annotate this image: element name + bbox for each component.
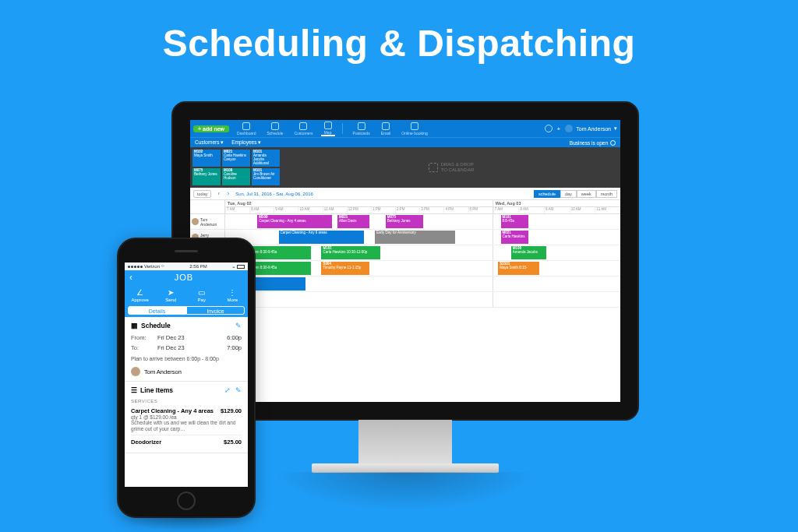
tab-details[interactable]: Details bbox=[128, 306, 186, 315]
edit-icon[interactable]: ✎ bbox=[235, 322, 242, 329]
timeline-day1[interactable]: M075Amanda JacobsCarpet Cleaning - Any 6… bbox=[224, 230, 493, 245]
wifi-icon: ⌔ bbox=[161, 264, 164, 269]
employees-dropdown[interactable]: Employees ▾ bbox=[231, 139, 261, 146]
user-menu[interactable]: Tom Anderson ▾ bbox=[565, 125, 617, 132]
timeline-day1[interactable]: M101Jim Brown 8:30-9:45aM101Carla Hawkin… bbox=[224, 245, 493, 260]
phone-home-button[interactable] bbox=[177, 491, 196, 510]
schedule-event[interactable]: S2101Maya Smith 8:15- bbox=[498, 262, 538, 275]
hour-label: 3 PM bbox=[419, 207, 443, 213]
nav-dashboard[interactable]: Dashboard bbox=[234, 122, 259, 136]
date-navigation-bar: today ‹ › Sun, Jul 31, 2016 - Sat, Aug 0… bbox=[190, 188, 620, 200]
timeline-day1[interactable] bbox=[224, 292, 493, 307]
day-column-1: Tue, Aug 02 7 AM8 AM9 AM10 AM11 AM12 PM1… bbox=[224, 200, 493, 213]
timeline-day2[interactable] bbox=[493, 292, 620, 307]
nav-email[interactable]: Email bbox=[378, 122, 394, 136]
schedule-event[interactable]: M109Amanda Jacobs bbox=[511, 246, 547, 259]
unscheduled-job-card[interactable]: M109Caroline Hudson bbox=[222, 168, 250, 185]
hour-label: 5 PM bbox=[468, 207, 493, 213]
email-icon bbox=[382, 122, 390, 130]
view-tabs: schedule day week month bbox=[534, 190, 617, 198]
timeline-day2[interactable] bbox=[493, 277, 620, 291]
help-icon[interactable] bbox=[545, 125, 553, 132]
job-header: ‹ JOB ∠Approve ➤Send ▭Pay ⋮More Details … bbox=[125, 270, 248, 317]
hour-label: 9 AM bbox=[274, 207, 298, 213]
add-new-button[interactable]: + add new bbox=[193, 125, 229, 132]
monitor-shadow bbox=[273, 472, 538, 511]
timeline-day1[interactable]: M109Carpet Cleaning - Any 4 areasM021All… bbox=[224, 214, 493, 229]
phone-frame: Verizon ⌔ 2:56 PM ⌁ ‹ JOB ∠Approve ➤Send… bbox=[117, 238, 256, 518]
phone-shadow bbox=[117, 516, 256, 531]
unscheduled-job-card[interactable]: M102Maya Smith bbox=[192, 150, 221, 167]
booking-icon bbox=[411, 122, 418, 130]
dashboard-icon bbox=[242, 122, 250, 130]
hero-title: Scheduling & Dispatching bbox=[0, 22, 798, 65]
hour-label: 11 AM bbox=[323, 207, 347, 213]
to-date: Fri Dec 23 bbox=[157, 344, 215, 351]
drag-icon bbox=[429, 163, 438, 172]
view-tab-day[interactable]: day bbox=[560, 190, 577, 198]
nav-map[interactable]: Map bbox=[321, 122, 335, 136]
next-arrow-icon[interactable]: › bbox=[226, 191, 231, 196]
hour-label: 7 AM bbox=[225, 207, 249, 213]
hour-label: 2 PM bbox=[395, 207, 419, 213]
business-status[interactable]: Business is open bbox=[570, 140, 616, 146]
schedule-event[interactable]: M021Carla Hawkins bbox=[501, 231, 529, 244]
phone-status-bar: Verizon ⌔ 2:56 PM ⌁ bbox=[125, 262, 248, 270]
power-icon bbox=[610, 140, 616, 146]
send-button[interactable]: ➤Send bbox=[156, 284, 187, 306]
approve-button[interactable]: ∠Approve bbox=[125, 284, 156, 306]
view-tab-schedule[interactable]: schedule bbox=[534, 190, 560, 198]
line-item[interactable]: Deodorizer$25.00 bbox=[131, 435, 242, 448]
from-time: 6:00p bbox=[215, 334, 242, 341]
schedule-event[interactable]: M109Carpet Cleaning - Any 4 areas bbox=[257, 215, 332, 228]
view-tab-month[interactable]: month bbox=[596, 190, 617, 198]
expand-icon[interactable]: ⤢ bbox=[224, 386, 231, 394]
prev-arrow-icon[interactable]: ‹ bbox=[216, 191, 221, 196]
to-label: To: bbox=[131, 344, 157, 351]
timeline-day2[interactable]: M021Carla Hawkins bbox=[493, 230, 620, 245]
customers-dropdown[interactable]: Customers ▾ bbox=[195, 139, 224, 146]
nav-customers[interactable]: Customers bbox=[291, 122, 316, 136]
schedule-event[interactable]: M021Allan Davis bbox=[337, 215, 369, 228]
add-icon[interactable]: + bbox=[557, 125, 561, 132]
timeline-day2[interactable]: S2101Maya Smith 8:15- bbox=[493, 261, 620, 276]
nav-schedule[interactable]: Schedule bbox=[264, 122, 287, 136]
avatar bbox=[131, 367, 140, 376]
hour-label: 12 PM bbox=[347, 207, 371, 213]
view-tab-week[interactable]: week bbox=[577, 190, 596, 198]
sub-toolbar: Customers ▾ Employees ▾ Business is open bbox=[190, 137, 620, 147]
unscheduled-job-card[interactable]: M075Bethany Jones bbox=[192, 168, 221, 185]
timeline-day2[interactable]: M1018:8-45a bbox=[493, 214, 620, 229]
battery-icon bbox=[237, 265, 245, 269]
timeline-day1[interactable]: appointment bbox=[224, 277, 493, 291]
line-items-card: ☰ Line Items ⤢ ✎ SERVICES Carpet Cleanin… bbox=[125, 382, 248, 453]
map-icon bbox=[324, 122, 332, 129]
pay-button[interactable]: ▭Pay bbox=[186, 284, 217, 306]
status-time: 2:56 PM bbox=[189, 264, 207, 269]
nav-postcards[interactable]: Postcards bbox=[350, 122, 373, 136]
today-button[interactable]: today bbox=[193, 190, 211, 198]
schedule-event[interactable]: M1018:8-45a bbox=[501, 215, 529, 228]
timeline-day2[interactable]: M109Amanda Jacobs bbox=[493, 245, 620, 260]
unscheduled-job-card[interactable]: M021Carla Hawkins Canyon bbox=[222, 150, 250, 167]
nav-online-booking[interactable]: Online booking bbox=[398, 122, 430, 136]
edit-icon[interactable]: ✎ bbox=[235, 386, 242, 394]
schedule-event[interactable]: Carpet Cleaning - Any 6 areas bbox=[279, 231, 365, 244]
avatar bbox=[192, 218, 199, 225]
assigned-user[interactable]: Tom Anderson bbox=[131, 365, 242, 376]
arrival-window: Plan to arrive between 6:00p - 8:00p bbox=[131, 353, 242, 365]
line-item[interactable]: Carpet Cleaning - Any 4 areas$129.00 qty… bbox=[131, 405, 242, 435]
schedule-event[interactable]: S004Timothy Payne 11-1:15p bbox=[321, 262, 369, 275]
hour-label: 7 AM bbox=[493, 207, 519, 213]
timeline-day1[interactable]: M101Jim Brown 8:30-9:45aS004Timothy Payn… bbox=[224, 261, 493, 276]
page-title: JOB bbox=[132, 273, 235, 282]
row-label: Tom Anderson bbox=[190, 214, 224, 229]
schedule-event[interactable]: M101Carla Hawkins 10:30-12:00p bbox=[321, 246, 380, 259]
services-label: SERVICES bbox=[131, 397, 242, 405]
more-button[interactable]: ⋮More bbox=[217, 284, 249, 306]
unscheduled-job-card[interactable]: M101Amanda Jacobs Additional bbox=[252, 150, 280, 167]
unscheduled-job-card[interactable]: M101Jim Brown Air Conditioner bbox=[252, 168, 280, 185]
schedule-event[interactable]: M075Bethany Jones bbox=[386, 215, 423, 228]
schedule-event[interactable]: Early Day for Anniversary bbox=[375, 231, 455, 244]
tab-invoice[interactable]: Invoice bbox=[186, 306, 245, 315]
